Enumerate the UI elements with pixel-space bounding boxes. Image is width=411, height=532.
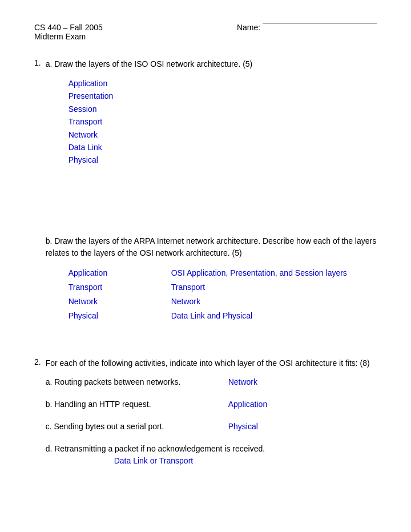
q2-question-text: b. Handling an HTTP request. — [46, 398, 228, 410]
arpa-osi-mapping: OSI Application, Presentation, and Sessi… — [171, 266, 347, 280]
q2-answer: Physical — [228, 421, 258, 433]
q2-item: a. Routing packets between networks.Netw… — [46, 376, 370, 388]
course-title: CS 440 – Fall 2005 — [34, 23, 103, 32]
arpa-osi-mapping: Data Link and Physical — [171, 309, 252, 323]
q2-content: For each of the following activities, in… — [46, 357, 370, 477]
osi-layer-item: Data Link — [68, 141, 377, 154]
osi-layer-item: Network — [68, 128, 377, 141]
q2-row: b. Handling an HTTP request.Application — [46, 398, 370, 410]
q1-container: 1. a. Draw the layers of the ISO OSI net… — [34, 58, 377, 334]
q2-answer: Application — [228, 398, 268, 410]
osi-layer-item: Physical — [68, 154, 377, 166]
arpa-layer: Transport — [68, 280, 171, 295]
q2-row: a. Routing packets between networks.Netw… — [46, 376, 370, 388]
q1-part-a-text: a. Draw the layers of the ISO OSI networ… — [46, 58, 377, 70]
q2-question-text: a. Routing packets between networks. — [46, 376, 228, 388]
header-right: Name: — [237, 23, 377, 41]
q1-part-b-text: b. Draw the layers of the ARPA Internet … — [46, 235, 377, 259]
arpa-layer: Application — [68, 266, 171, 280]
q2-answer: Network — [228, 376, 257, 388]
q2-item: c. Sending bytes out a serial port.Physi… — [46, 421, 370, 433]
header-left: CS 440 – Fall 2005 Midterm Exam — [34, 23, 103, 41]
arpa-row: TransportTransport — [68, 280, 377, 295]
arpa-layer: Physical — [68, 309, 171, 323]
arpa-row: ApplicationOSI Application, Presentation… — [68, 266, 377, 280]
osi-layers-list: ApplicationPresentationSessionTransportN… — [68, 77, 377, 167]
question-2: 2. For each of the following activities,… — [34, 357, 377, 477]
q2-container: 2. For each of the following activities,… — [34, 357, 377, 477]
name-label: Name: — [237, 23, 260, 32]
osi-layer-item: Transport — [68, 115, 377, 128]
arpa-osi-mapping: Network — [171, 295, 200, 309]
exam-title: Midterm Exam — [34, 32, 103, 41]
arpa-osi-mapping: Transport — [171, 280, 205, 295]
osi-layer-item: Session — [68, 103, 377, 115]
name-underline[interactable] — [263, 23, 377, 23]
q2-intro: For each of the following activities, in… — [46, 357, 370, 369]
q1-label: 1. — [34, 58, 41, 334]
arpa-row: NetworkNetwork — [68, 295, 377, 309]
osi-layer-item: Presentation — [68, 90, 377, 102]
arpa-layer: Network — [68, 295, 171, 309]
arpa-table: ApplicationOSI Application, Presentation… — [68, 266, 377, 324]
q2-question-text: d. Retransmitting a packet if no acknowl… — [46, 443, 370, 455]
q2-row: c. Sending bytes out a serial port.Physi… — [46, 421, 370, 433]
q2-question-text: c. Sending bytes out a serial port. — [46, 421, 228, 433]
osi-layer-item: Application — [68, 77, 377, 90]
arpa-row: PhysicalData Link and Physical — [68, 309, 377, 323]
q2-items-container: a. Routing packets between networks.Netw… — [46, 376, 370, 467]
q1-content: a. Draw the layers of the ISO OSI networ… — [46, 58, 377, 334]
q2-label: 2. — [34, 357, 41, 477]
q2-item: d. Retransmitting a packet if no acknowl… — [46, 443, 370, 467]
q2-item: b. Handling an HTTP request.Application — [46, 398, 370, 410]
page-header: CS 440 – Fall 2005 Midterm Exam Name: — [34, 23, 377, 41]
question-1: 1. a. Draw the layers of the ISO OSI net… — [34, 58, 377, 334]
q2-answer: Data Link or Transport — [114, 455, 370, 467]
